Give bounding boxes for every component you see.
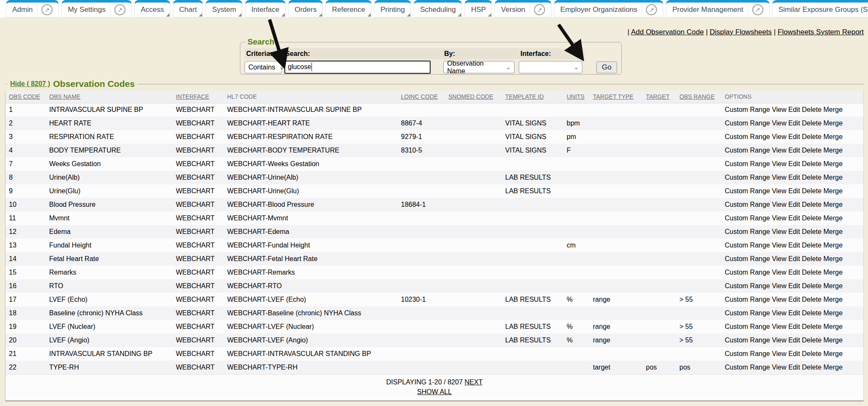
option-merge-link[interactable]: Merge [823, 147, 843, 154]
column-header-interface[interactable]: INTERFACE [172, 91, 224, 103]
option-delete-link[interactable]: Delete [802, 106, 821, 113]
option-view-link[interactable]: View [772, 228, 786, 235]
option-delete-link[interactable]: Delete [802, 147, 821, 154]
link-flowsheets-system-report[interactable]: Flowsheets System Report [778, 28, 864, 36]
option-merge-link[interactable]: Merge [823, 133, 843, 140]
option-edit-link[interactable]: Edit [788, 120, 800, 127]
option-edit-link[interactable]: Edit [788, 160, 800, 167]
tab-orders[interactable]: Orders [288, 0, 323, 17]
column-header-obs-name[interactable]: OBS NAME [46, 91, 172, 103]
option-edit-link[interactable]: Edit [788, 201, 800, 208]
option-view-link[interactable]: View [772, 214, 786, 222]
option-delete-link[interactable]: Delete [802, 336, 821, 344]
option-edit-link[interactable]: Edit [788, 269, 800, 276]
option-edit-link[interactable]: Edit [788, 336, 800, 344]
option-edit-link[interactable]: Edit [788, 296, 800, 303]
option-merge-link[interactable]: Merge [823, 296, 843, 303]
tab-employer-organizations[interactable]: Employer Organizations↗ [554, 0, 663, 17]
option-merge-link[interactable]: Merge [823, 309, 843, 317]
show-all-link[interactable]: SHOW ALL [417, 388, 452, 395]
option-custom-range-link[interactable]: Custom Range [725, 147, 770, 154]
option-edit-link[interactable]: Edit [788, 255, 800, 262]
hide-toggle-link[interactable]: Hide ( 8207 ) [10, 80, 50, 88]
option-merge-link[interactable]: Merge [823, 201, 843, 208]
option-view-link[interactable]: View [772, 242, 786, 249]
criteria-select[interactable]: Contains ⌄ [245, 61, 282, 73]
option-delete-link[interactable]: Delete [802, 255, 821, 262]
option-view-link[interactable]: View [772, 336, 786, 344]
option-custom-range-link[interactable]: Custom Range [725, 336, 770, 344]
tab-similar-exposure-groups-segs[interactable]: Similar Exposure Groups (SEGs)↗ [772, 0, 868, 17]
option-delete-link[interactable]: Delete [802, 120, 821, 127]
option-edit-link[interactable]: Edit [788, 147, 800, 154]
option-view-link[interactable]: View [772, 269, 786, 276]
option-custom-range-link[interactable]: Custom Range [725, 323, 770, 330]
tab-scheduling[interactable]: Scheduling [414, 0, 462, 17]
option-view-link[interactable]: View [772, 201, 786, 208]
option-view-link[interactable]: View [772, 282, 786, 289]
tab-interface[interactable]: Interface [245, 0, 286, 17]
option-edit-link[interactable]: Edit [788, 174, 800, 181]
option-edit-link[interactable]: Edit [788, 214, 800, 222]
option-custom-range-link[interactable]: Custom Range [725, 174, 770, 181]
search-by-select[interactable]: Observation Name ⌄ [443, 61, 515, 73]
option-merge-link[interactable]: Merge [823, 187, 843, 195]
column-header-snomed-code[interactable]: SNOMED CODE [445, 91, 502, 103]
option-custom-range-link[interactable]: Custom Range [725, 255, 770, 262]
option-merge-link[interactable]: Merge [823, 282, 843, 289]
option-edit-link[interactable]: Edit [788, 187, 800, 195]
option-view-link[interactable]: View [772, 187, 786, 195]
option-merge-link[interactable]: Merge [823, 364, 843, 371]
tab-reference[interactable]: Reference [326, 0, 371, 17]
option-view-link[interactable]: View [772, 120, 786, 127]
option-custom-range-link[interactable]: Custom Range [725, 296, 770, 303]
column-header-target-type[interactable]: TARGET TYPE [590, 91, 643, 103]
option-delete-link[interactable]: Delete [802, 214, 821, 222]
option-view-link[interactable]: View [772, 133, 786, 140]
option-merge-link[interactable]: Merge [823, 350, 843, 357]
tab-provider-management[interactable]: Provider Management↗ [666, 0, 769, 17]
option-view-link[interactable]: View [772, 255, 786, 262]
tab-my-settings[interactable]: My Settings↗ [61, 0, 132, 17]
option-edit-link[interactable]: Edit [788, 106, 800, 113]
option-custom-range-link[interactable]: Custom Range [725, 106, 770, 113]
option-edit-link[interactable]: Edit [788, 228, 800, 235]
interface-select[interactable]: ⌄ [519, 61, 582, 73]
option-delete-link[interactable]: Delete [802, 309, 821, 317]
option-delete-link[interactable]: Delete [802, 364, 821, 371]
option-custom-range-link[interactable]: Custom Range [725, 160, 770, 167]
option-merge-link[interactable]: Merge [823, 160, 843, 167]
link-add-observation-code[interactable]: Add Observation Code [631, 28, 704, 36]
tab-printing[interactable]: Printing [374, 0, 412, 17]
option-delete-link[interactable]: Delete [802, 282, 821, 289]
option-delete-link[interactable]: Delete [802, 160, 821, 167]
next-page-link[interactable]: NEXT [465, 378, 483, 386]
option-custom-range-link[interactable]: Custom Range [725, 282, 770, 289]
option-view-link[interactable]: View [772, 160, 786, 167]
option-merge-link[interactable]: Merge [823, 228, 843, 235]
option-view-link[interactable]: View [772, 364, 786, 371]
go-button[interactable]: Go [596, 61, 617, 73]
tab-admin[interactable]: Admin↗ [6, 0, 59, 17]
option-view-link[interactable]: View [772, 350, 786, 357]
option-delete-link[interactable]: Delete [802, 133, 821, 140]
search-input[interactable]: glucose [284, 61, 431, 74]
option-merge-link[interactable]: Merge [823, 120, 843, 127]
option-view-link[interactable]: View [772, 309, 786, 317]
option-delete-link[interactable]: Delete [802, 242, 821, 249]
column-header-loinc-code[interactable]: LOINC CODE [398, 91, 445, 103]
column-header-template-id[interactable]: TEMPLATE ID [502, 91, 563, 103]
option-view-link[interactable]: View [772, 174, 786, 181]
option-delete-link[interactable]: Delete [802, 174, 821, 181]
tab-system[interactable]: System [206, 0, 242, 17]
option-view-link[interactable]: View [772, 106, 786, 113]
tab-access[interactable]: Access [134, 0, 170, 17]
option-custom-range-link[interactable]: Custom Range [725, 242, 770, 249]
option-merge-link[interactable]: Merge [823, 323, 843, 330]
option-custom-range-link[interactable]: Custom Range [725, 350, 770, 357]
option-view-link[interactable]: View [772, 296, 786, 303]
option-delete-link[interactable]: Delete [802, 187, 821, 195]
option-custom-range-link[interactable]: Custom Range [725, 364, 770, 371]
column-header-obs-range[interactable]: OBS RANGE [676, 91, 721, 103]
column-header-obs-code[interactable]: OBS CODE [6, 91, 46, 103]
